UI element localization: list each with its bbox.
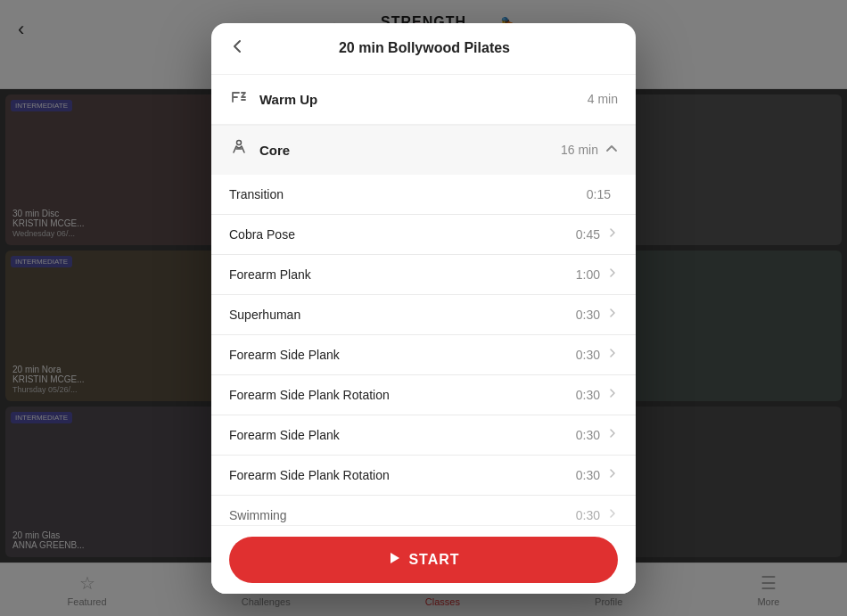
item-name-cobra: Cobra Pose — [229, 227, 576, 242]
item-duration-forearm-side-plank-rotation-2: 0:30 — [576, 468, 600, 482]
item-duration-swimming: 0:30 — [576, 508, 600, 522]
modal-back-button[interactable] — [229, 37, 247, 60]
warmup-name: Warm Up — [259, 92, 588, 107]
workout-item-transition[interactable]: Transition 0:15 — [211, 175, 636, 215]
warmup-section[interactable]: Warm Up 4 min — [211, 75, 636, 125]
item-name-swimming: Swimming — [229, 508, 576, 522]
item-name-forearm-side-plank-2: Forearm Side Plank — [229, 428, 576, 442]
item-duration-forearm-plank: 1:00 — [576, 267, 600, 282]
workout-item-forearm-side-plank-rotation-1[interactable]: Forearm Side Plank Rotation 0:30 — [211, 375, 636, 415]
workout-item-forearm-side-plank-1[interactable]: Forearm Side Plank 0:30 — [211, 335, 636, 375]
item-name-forearm-plank: Forearm Plank — [229, 267, 576, 282]
play-icon — [387, 551, 401, 569]
core-chevron-icon — [605, 143, 618, 158]
workout-item-cobra[interactable]: Cobra Pose 0:45 — [211, 215, 636, 255]
workout-item-superhuman[interactable]: Superhuman 0:30 — [211, 295, 636, 335]
warmup-icon — [229, 87, 249, 111]
workout-item-forearm-plank[interactable]: Forearm Plank 1:00 — [211, 255, 636, 295]
forearm-side-plank-rotation-2-chevron-icon — [607, 468, 618, 481]
item-name-superhuman: Superhuman — [229, 308, 576, 322]
modal-body[interactable]: Warm Up 4 min Core 16 min — [211, 75, 636, 525]
modal-title: 20 min Bollywood Pilates — [258, 40, 591, 56]
warmup-duration: 4 min — [588, 92, 618, 106]
swimming-chevron-icon — [607, 508, 618, 522]
item-name-forearm-side-plank-rotation-1: Forearm Side Plank Rotation — [229, 388, 576, 402]
core-section-name: Core — [259, 143, 561, 158]
svg-point-0 — [237, 140, 242, 144]
forearm-side-plank-rotation-1-chevron-icon — [607, 388, 618, 401]
workout-item-swimming[interactable]: Swimming 0:30 — [211, 496, 636, 525]
core-duration: 16 min — [561, 143, 598, 157]
item-name-forearm-side-plank-rotation-2: Forearm Side Plank Rotation — [229, 468, 576, 482]
item-name-transition: Transition — [229, 187, 587, 201]
core-header-row[interactable]: Core 16 min — [211, 126, 636, 175]
workout-detail-modal: 20 min Bollywood Pilates Warm Up 4 min — [211, 23, 636, 594]
cobra-chevron-icon — [607, 227, 618, 241]
item-duration-transition: 0:15 — [587, 187, 611, 201]
modal-header: 20 min Bollywood Pilates — [211, 23, 636, 75]
forearm-plank-chevron-icon — [607, 267, 618, 281]
svg-marker-1 — [391, 553, 399, 563]
item-duration-forearm-side-plank-2: 0:30 — [576, 428, 600, 442]
forearm-side-plank-1-chevron-icon — [607, 348, 618, 361]
item-duration-forearm-side-plank-1: 0:30 — [576, 348, 600, 362]
item-duration-cobra: 0:45 — [576, 227, 600, 242]
start-label: START — [408, 552, 459, 568]
core-icon — [229, 138, 249, 162]
back-arrow-icon — [229, 37, 247, 55]
start-button[interactable]: START — [229, 537, 618, 583]
item-duration-superhuman: 0:30 — [576, 308, 600, 322]
workout-item-forearm-side-plank-2[interactable]: Forearm Side Plank 0:30 — [211, 415, 636, 456]
item-duration-forearm-side-plank-rotation-1: 0:30 — [576, 388, 600, 402]
superhuman-chevron-icon — [607, 308, 618, 321]
workout-item-forearm-side-plank-rotation-2[interactable]: Forearm Side Plank Rotation 0:30 — [211, 456, 636, 496]
modal-overlay: 20 min Bollywood Pilates Warm Up 4 min — [0, 0, 847, 616]
item-name-forearm-side-plank-1: Forearm Side Plank — [229, 348, 576, 362]
modal-footer: START — [211, 525, 636, 594]
forearm-side-plank-2-chevron-icon — [607, 428, 618, 441]
core-section-header[interactable]: Core 16 min — [211, 126, 636, 175]
